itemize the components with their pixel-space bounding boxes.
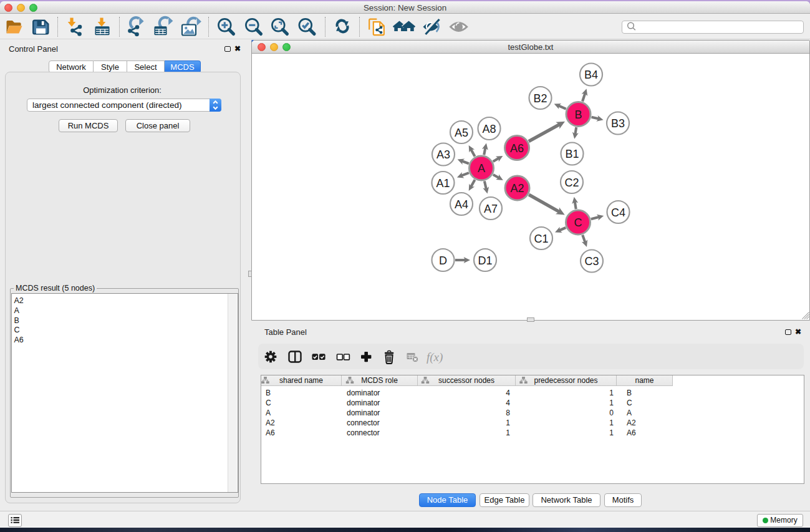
svg-text:A8: A8 — [482, 123, 496, 135]
svg-text:A7: A7 — [484, 203, 498, 215]
svg-text:A: A — [478, 162, 485, 175]
svg-text:A6: A6 — [510, 142, 524, 155]
svg-text:D1: D1 — [478, 254, 492, 267]
svg-text:B: B — [574, 109, 582, 121]
svg-text:C3: C3 — [584, 255, 599, 268]
svg-text:A4: A4 — [455, 198, 468, 211]
svg-text:A1: A1 — [436, 177, 450, 190]
svg-text:A3: A3 — [436, 148, 450, 161]
svg-text:C4: C4 — [611, 206, 625, 219]
svg-text:B3: B3 — [611, 117, 625, 130]
svg-text:B1: B1 — [565, 148, 579, 160]
svg-text:A2: A2 — [510, 182, 524, 195]
svg-text:C2: C2 — [564, 177, 579, 189]
svg-text:C: C — [574, 216, 582, 229]
svg-text:C1: C1 — [534, 233, 548, 245]
svg-text:D: D — [439, 254, 447, 267]
svg-text:B4: B4 — [584, 69, 598, 81]
svg-text:B2: B2 — [533, 92, 547, 105]
svg-text:A5: A5 — [455, 127, 468, 139]
